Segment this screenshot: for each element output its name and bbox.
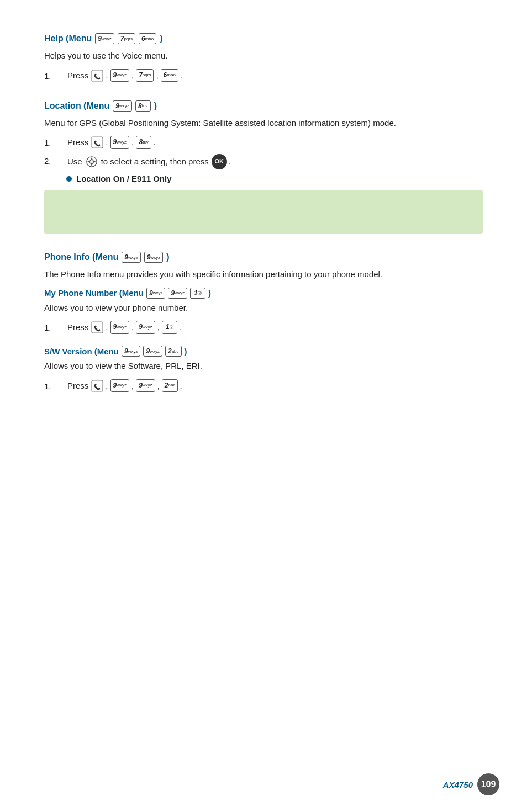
location-description: Menu for GPS (Global Positioning System:… [44, 117, 483, 130]
help-step-1-content: Press , 9wxyz , 7pqrs , 6mno . [66, 69, 182, 82]
bullet-dot-location [66, 176, 72, 182]
location-step-2-content: Use to select a setting, then press OK . [66, 154, 231, 169]
bullet-text-location: Location On / E911 Only [76, 174, 172, 183]
location-step-1: 1. Press , 9wxyz , 8tuv . [44, 136, 483, 150]
sw-step-1: 1. Press , 9wxyz , 9wxyz , 2abc . [44, 379, 483, 393]
page-footer: AX4750 109 [443, 773, 499, 795]
my-phone-number-title-text: My Phone Number (Menu [44, 288, 144, 298]
comma-2: , [131, 69, 134, 82]
subsection-sw-version: S/W Version (Menu 9wxyz 9wxyz 2abc ) All… [44, 346, 483, 393]
key-7-help-title: 7pqrs [118, 33, 135, 44]
key-9-mpn-1: 9wxyz [146, 288, 165, 299]
key-9-sw-step-1: 9wxyz [110, 379, 129, 392]
key-7-help: 7pqrs [136, 69, 154, 82]
nav-wheel-icon [85, 155, 98, 168]
ok-button-icon: OK [212, 154, 227, 169]
location-step-1-content: Press , 9wxyz , 8tuv . [66, 136, 155, 149]
mpn-step-1-content: Press , 9wxyz , 9wxyz , 1ⓟ . [66, 321, 181, 334]
location-step-2: 2. Use to select a setting, then press O… [44, 154, 483, 169]
my-phone-number-title: My Phone Number (Menu 9wxyz 9wxyz 1ⓟ ) [44, 288, 483, 299]
menu-icon-sw [91, 380, 103, 392]
key-9-location-1: 9wxyz [110, 136, 129, 148]
section-location-title: Location (Menu 9wxyz 8tuv ) [44, 100, 483, 112]
svg-rect-0 [92, 70, 103, 81]
phone-info-description: The Phone Info menu provides you with sp… [44, 268, 483, 281]
location-title-close: ) [154, 101, 157, 111]
key-9-phone-info-title-1: 9wxyz [122, 252, 140, 263]
key-1-mpn: 1ⓟ [190, 288, 205, 299]
sw-version-title: S/W Version (Menu 9wxyz 9wxyz 2abc ) [44, 346, 483, 357]
key-9-mpn-2: 9wxyz [168, 288, 187, 299]
comma-loc1: , [106, 136, 108, 149]
phone-info-title-close: ) [166, 252, 169, 262]
key-8-location-1: 8tuv [136, 136, 151, 148]
key-6-help-title: 6mno [139, 33, 156, 44]
key-9-help-title: 9wxyz [95, 33, 114, 44]
press-label-location-1: Press [67, 136, 88, 149]
comma-3: , [156, 69, 158, 82]
period-mpn: . [179, 321, 181, 334]
sw-title-close: ) [185, 347, 187, 356]
key-9-sw-2: 9wxyz [143, 346, 162, 357]
section-help: Help (Menu 9wxyz 7pqrs 6mno ) Helps you … [44, 33, 483, 83]
press-label-mpn: Press [67, 321, 88, 334]
key-9-sw-step-2: 9wxyz [136, 379, 155, 392]
sw-step-1-content: Press , 9wxyz , 9wxyz , 2abc . [66, 379, 182, 392]
key-9-mpn-step-1: 9wxyz [110, 321, 129, 333]
section-location: Location (Menu 9wxyz 8tuv ) Menu for GPS… [44, 100, 483, 235]
menu-icon-location-1 [91, 136, 103, 148]
comma-loc2: , [131, 136, 134, 149]
key-2-sw-step: 2abc [162, 379, 178, 392]
page: Help (Menu 9wxyz 7pqrs 6mno ) Helps you … [0, 0, 527, 812]
period-location-1: . [153, 136, 155, 149]
model-label: AX4750 [443, 780, 473, 789]
mpn-description: Allows you to view your phone number. [44, 302, 483, 315]
location-bullet: Location On / E911 Only [66, 174, 483, 183]
use-label: Use [67, 155, 82, 168]
sw-version-title-text: S/W Version (Menu [44, 347, 119, 356]
sw-step-1-num: 1. [44, 379, 66, 393]
phone-info-title-text: Phone Info (Menu [44, 252, 118, 262]
key-6-help: 6mno [161, 69, 178, 82]
comma-1: , [106, 69, 108, 82]
section-phone-info: Phone Info (Menu 9wxyz 9wxyz ) The Phone… [44, 252, 483, 393]
page-number: 109 [477, 773, 499, 795]
key-8-location-title: 8tuv [135, 100, 151, 112]
subsection-my-phone-number: My Phone Number (Menu 9wxyz 9wxyz 1ⓟ ) A… [44, 288, 483, 335]
help-title-close: ) [160, 34, 162, 44]
help-title-text: Help (Menu [44, 34, 92, 44]
svg-rect-1 [92, 137, 103, 148]
period-help: . [180, 69, 182, 82]
mpn-title-close: ) [208, 288, 211, 298]
mpn-step-1: 1. Press , 9wxyz , 9wxyz , 1ⓟ . [44, 321, 483, 335]
mpn-step-1-num: 1. [44, 321, 66, 335]
press-label-sw: Press [67, 379, 88, 392]
svg-rect-8 [92, 322, 103, 333]
press-label-help: Press [67, 69, 88, 82]
section-phone-info-title: Phone Info (Menu 9wxyz 9wxyz ) [44, 252, 483, 263]
help-step-1-num: 1. [44, 69, 66, 83]
key-9-location-title: 9wxyz [113, 100, 131, 112]
location-step-2-num: 2. [44, 154, 66, 168]
key-9-mpn-step-2: 9wxyz [136, 321, 155, 333]
location-step-1-num: 1. [44, 136, 66, 150]
section-help-title: Help (Menu 9wxyz 7pqrs 6mno ) [44, 33, 483, 44]
help-description: Helps you to use the Voice menu. [44, 50, 483, 62]
highlight-box-location [44, 190, 483, 234]
key-2-sw: 2abc [165, 346, 182, 357]
period-sw: . [180, 379, 182, 392]
menu-icon-mpn [91, 321, 103, 333]
to-select-label: to select a setting, then press [101, 155, 209, 168]
menu-icon-help [91, 70, 103, 82]
svg-rect-9 [92, 380, 103, 391]
period-location-2: . [229, 155, 231, 168]
location-title-text: Location (Menu [44, 101, 109, 111]
key-1-mpn-step: 1ⓟ [162, 321, 177, 333]
key-9-help: 9wxyz [110, 69, 129, 82]
svg-point-3 [89, 160, 93, 163]
sw-description: Allows you to view the Software, PRL, ER… [44, 360, 483, 373]
help-step-1: 1. Press , 9wxyz , 7pqrs , 6mno . [44, 69, 483, 83]
key-9-sw-1: 9wxyz [122, 346, 140, 357]
key-9-phone-info-title-2: 9wxyz [144, 252, 163, 263]
